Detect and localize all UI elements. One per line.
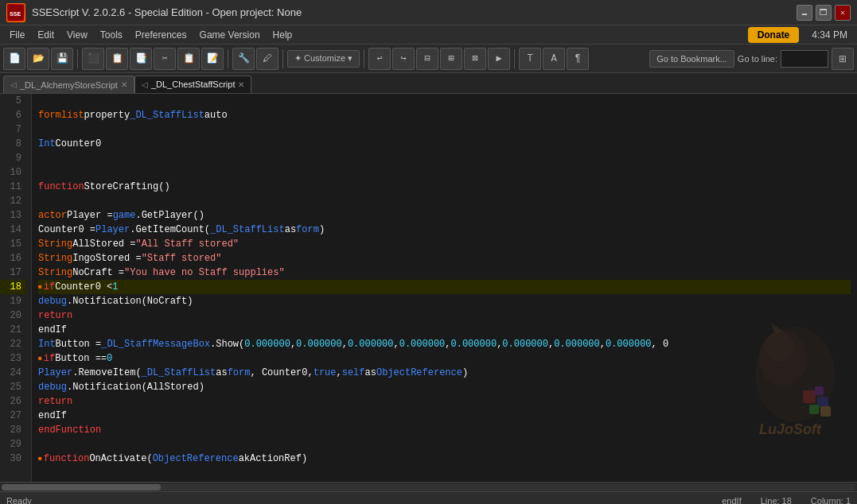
toolbar-save[interactable]: 💾: [51, 48, 73, 70]
token: debug: [38, 380, 67, 394]
donate-button[interactable]: Donate: [748, 27, 800, 43]
close-button[interactable]: ✕: [835, 5, 851, 21]
token: _DL_StaffList: [130, 108, 205, 122]
code-line-29[interactable]: [38, 437, 851, 452]
code-line-28[interactable]: endFunction: [38, 423, 851, 437]
goto-bookmark-button[interactable]: Go to Bookmark...: [649, 50, 734, 68]
code-area[interactable]: formlist property _DL_StaffList auto Int…: [32, 94, 857, 482]
code-line-8[interactable]: Int Counter0: [38, 137, 851, 151]
window-controls: 🗕 🗖 ✕: [797, 5, 851, 21]
code-line-24[interactable]: Player.RemoveItem(_DL_StaffList as form,…: [38, 366, 851, 380]
toolbar-btn14[interactable]: ⊞: [440, 48, 462, 70]
toolbar-btn6[interactable]: 📑: [130, 48, 152, 70]
tab-alchemystore[interactable]: ◁ _DL_AlchemyStoreScript ✕: [3, 76, 134, 93]
toolbar-paragraph[interactable]: ¶: [567, 48, 589, 70]
code-line-20[interactable]: return: [38, 308, 851, 323]
code-line-23[interactable]: if Button == 0: [38, 351, 851, 366]
code-line-26[interactable]: return: [38, 394, 851, 409]
code-line-16[interactable]: String IngoStored = "Staff stored": [38, 251, 851, 266]
token: String: [38, 266, 72, 280]
toolbar-fontsize[interactable]: A: [543, 48, 565, 70]
line-number-20: 20: [0, 308, 26, 323]
toolbar-btn15[interactable]: ⊠: [464, 48, 486, 70]
toolbar-btn13[interactable]: ⊟: [416, 48, 438, 70]
token: 0: [107, 351, 112, 366]
code-line-21[interactable]: endIf: [38, 323, 851, 337]
menu-edit[interactable]: Edit: [31, 28, 60, 42]
token: Counter0: [56, 137, 102, 151]
token: if: [44, 351, 55, 366]
code-line-5[interactable]: [38, 94, 851, 108]
tab-close-1[interactable]: ✕: [121, 80, 127, 89]
goto-line-input[interactable]: [781, 50, 828, 68]
token: 0.000000: [554, 337, 600, 351]
token: form: [228, 366, 251, 380]
line-number-6: 6: [0, 108, 26, 122]
code-line-9[interactable]: [38, 151, 851, 165]
token: function: [38, 180, 84, 194]
code-line-19[interactable]: debug.Notification(NoCraft): [38, 294, 851, 308]
code-line-10[interactable]: [38, 165, 851, 180]
token: auto: [205, 108, 228, 122]
code-line-22[interactable]: Int Button = _DL_StaffMessageBox.Show(0.…: [38, 337, 851, 351]
toolbar-btn9[interactable]: 📝: [201, 48, 224, 70]
tab-cheststaff[interactable]: ◁ _DL_ChestStaffScript ✕: [134, 76, 252, 93]
scroll-thumb[interactable]: [2, 484, 161, 490]
toolbar-btn16[interactable]: ▶: [488, 48, 510, 70]
token: 0.000000: [606, 337, 652, 351]
token: true: [314, 366, 337, 380]
token: IngoStored =: [72, 251, 141, 266]
token: Counter0 <: [55, 280, 112, 294]
code-line-12[interactable]: [38, 194, 851, 208]
toolbar-redo[interactable]: ↪: [392, 48, 415, 70]
token: Player: [38, 366, 72, 380]
toolbar-btn11[interactable]: 🖊: [256, 48, 279, 70]
line-number-22: 22: [0, 337, 26, 351]
toolbar-new[interactable]: 📄: [3, 48, 25, 70]
toolbar-open[interactable]: 📂: [27, 48, 49, 70]
toolbar-btn8[interactable]: 📋: [177, 48, 200, 70]
toolbar-font[interactable]: T: [519, 48, 541, 70]
code-line-13[interactable]: actor Player = game.GetPlayer(): [38, 208, 851, 223]
code-line-30[interactable]: function OnActivate(ObjectReference akAc…: [38, 452, 851, 466]
line-number-21: 21: [0, 323, 26, 337]
minimize-button[interactable]: 🗕: [797, 5, 812, 21]
code-line-6[interactable]: formlist property _DL_StaffList auto: [38, 108, 851, 122]
scrollbar-horizontal[interactable]: [0, 482, 857, 491]
window-title: SSEScript V. 2.0.2.6 - Special Edition -…: [32, 6, 797, 18]
toolbar-sep2: [228, 49, 228, 68]
code-line-27[interactable]: endIf: [38, 409, 851, 423]
toolbar-grid[interactable]: ⊞: [832, 48, 854, 70]
menu-view[interactable]: View: [60, 28, 94, 42]
code-line-25[interactable]: debug.Notification(AllStored): [38, 380, 851, 394]
token: ,: [394, 337, 399, 351]
code-line-17[interactable]: String NoCraft = "You have no Staff supp…: [38, 266, 851, 280]
token: as: [365, 366, 376, 380]
tab-close-2[interactable]: ✕: [238, 80, 244, 89]
menu-tools[interactable]: Tools: [94, 28, 129, 42]
code-line-14[interactable]: Counter0 = Player.GetItemCount(_DL_Staff…: [38, 223, 851, 237]
editor[interactable]: 5678910111213141516171819202122232425262…: [0, 94, 857, 482]
toolbar-btn5[interactable]: 📋: [106, 48, 128, 70]
menu-help[interactable]: Help: [267, 28, 299, 42]
token: formlist: [38, 108, 84, 122]
toolbar-btn7[interactable]: ✂️: [154, 48, 176, 70]
maximize-button[interactable]: 🗖: [816, 5, 832, 21]
menu-preferences[interactable]: Preferences: [129, 28, 193, 42]
line-number-14: 14: [0, 223, 26, 237]
scroll-track[interactable]: [2, 484, 855, 490]
customize-button[interactable]: ✦ Customize ▾: [287, 50, 360, 68]
toolbar-undo[interactable]: ↩: [368, 48, 391, 70]
toolbar-btn10[interactable]: 🔧: [232, 48, 255, 70]
code-line-15[interactable]: String AllStored = "All Staff stored": [38, 237, 851, 251]
code-line-11[interactable]: function StoreCrafting(): [38, 180, 851, 194]
token: ,: [337, 366, 342, 380]
code-line-7[interactable]: [38, 122, 851, 137]
token: "Staff stored": [142, 251, 222, 266]
statusbar: Ready endIf Line: 18 Column: 1: [0, 491, 857, 504]
menu-gameversion[interactable]: Game Version: [193, 28, 267, 42]
toolbar-btn4[interactable]: ⬛: [82, 48, 104, 70]
code-line-18[interactable]: if Counter0 < 1: [38, 280, 851, 294]
menu-file[interactable]: File: [3, 28, 31, 42]
line-number-24: 24: [0, 366, 26, 380]
